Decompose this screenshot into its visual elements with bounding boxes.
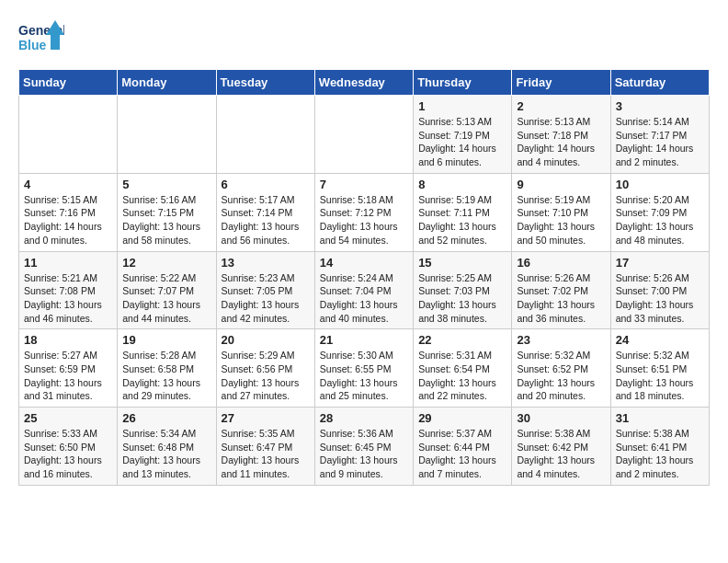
day-of-week-header: Saturday [610, 70, 709, 96]
day-number: 12 [122, 256, 210, 270]
day-info: Sunrise: 5:18 AM Sunset: 7:12 PM Dayligh… [320, 193, 408, 247]
day-number: 4 [24, 178, 112, 191]
calendar-cell: 1Sunrise: 5:13 AM Sunset: 7:19 PM Daylig… [414, 96, 512, 174]
calendar-cell: 7Sunrise: 5:18 AM Sunset: 7:12 PM Daylig… [314, 173, 413, 251]
day-info: Sunrise: 5:34 AM Sunset: 6:48 PM Dayligh… [122, 427, 210, 481]
calendar-cell: 28Sunrise: 5:36 AM Sunset: 6:45 PM Dayli… [314, 408, 413, 486]
day-number: 25 [24, 411, 112, 425]
calendar-cell: 13Sunrise: 5:23 AM Sunset: 7:05 PM Dayli… [216, 251, 314, 329]
day-number: 11 [24, 256, 112, 270]
calendar-week-row: 25Sunrise: 5:33 AM Sunset: 6:50 PM Dayli… [19, 408, 710, 486]
day-number: 9 [517, 178, 605, 191]
day-info: Sunrise: 5:38 AM Sunset: 6:42 PM Dayligh… [517, 427, 605, 481]
calendar-cell: 22Sunrise: 5:31 AM Sunset: 6:54 PM Dayli… [414, 329, 512, 408]
day-of-week-header: Sunday [19, 70, 118, 96]
calendar-week-row: 18Sunrise: 5:27 AM Sunset: 6:59 PM Dayli… [19, 329, 710, 408]
day-number: 22 [418, 333, 506, 347]
day-info: Sunrise: 5:37 AM Sunset: 6:44 PM Dayligh… [418, 427, 506, 481]
calendar-cell: 18Sunrise: 5:27 AM Sunset: 6:59 PM Dayli… [19, 329, 118, 408]
calendar-cell: 20Sunrise: 5:29 AM Sunset: 6:56 PM Dayli… [216, 329, 314, 408]
calendar-cell [19, 96, 118, 174]
day-number: 19 [122, 333, 210, 347]
logo-svg: GeneralBlue [18, 18, 64, 60]
calendar-cell: 8Sunrise: 5:19 AM Sunset: 7:11 PM Daylig… [414, 173, 512, 251]
day-info: Sunrise: 5:21 AM Sunset: 7:08 PM Dayligh… [24, 271, 112, 326]
calendar-cell: 10Sunrise: 5:20 AM Sunset: 7:09 PM Dayli… [610, 173, 709, 251]
day-number: 16 [517, 256, 605, 270]
calendar-cell: 14Sunrise: 5:24 AM Sunset: 7:04 PM Dayli… [314, 251, 413, 329]
day-info: Sunrise: 5:28 AM Sunset: 6:58 PM Dayligh… [122, 349, 210, 403]
day-info: Sunrise: 5:23 AM Sunset: 7:05 PM Dayligh… [222, 271, 310, 326]
day-info: Sunrise: 5:15 AM Sunset: 7:16 PM Dayligh… [24, 193, 112, 247]
calendar-cell: 2Sunrise: 5:13 AM Sunset: 7:18 PM Daylig… [512, 96, 610, 174]
day-number: 31 [616, 411, 704, 425]
calendar-cell: 6Sunrise: 5:17 AM Sunset: 7:14 PM Daylig… [216, 173, 314, 251]
day-number: 15 [418, 256, 506, 270]
day-info: Sunrise: 5:32 AM Sunset: 6:51 PM Dayligh… [616, 349, 704, 403]
day-number: 10 [616, 178, 704, 191]
day-info: Sunrise: 5:19 AM Sunset: 7:10 PM Dayligh… [517, 193, 605, 247]
day-info: Sunrise: 5:29 AM Sunset: 6:56 PM Dayligh… [222, 349, 310, 403]
day-number: 13 [222, 256, 310, 270]
day-number: 28 [320, 411, 408, 425]
calendar-cell: 9Sunrise: 5:19 AM Sunset: 7:10 PM Daylig… [512, 173, 610, 251]
calendar-cell: 21Sunrise: 5:30 AM Sunset: 6:55 PM Dayli… [314, 329, 413, 408]
day-number: 5 [122, 178, 210, 191]
day-info: Sunrise: 5:14 AM Sunset: 7:17 PM Dayligh… [616, 115, 704, 169]
day-info: Sunrise: 5:26 AM Sunset: 7:00 PM Dayligh… [616, 271, 704, 326]
calendar-cell: 29Sunrise: 5:37 AM Sunset: 6:44 PM Dayli… [414, 408, 512, 486]
calendar-week-row: 1Sunrise: 5:13 AM Sunset: 7:19 PM Daylig… [19, 96, 710, 174]
svg-text:Blue: Blue [18, 38, 47, 52]
day-info: Sunrise: 5:24 AM Sunset: 7:04 PM Dayligh… [320, 271, 408, 326]
day-info: Sunrise: 5:36 AM Sunset: 6:45 PM Dayligh… [320, 427, 408, 481]
calendar-cell: 26Sunrise: 5:34 AM Sunset: 6:48 PM Dayli… [118, 408, 216, 486]
day-number: 17 [616, 256, 704, 270]
calendar-week-row: 11Sunrise: 5:21 AM Sunset: 7:08 PM Dayli… [19, 251, 710, 329]
page-header: GeneralBlue [18, 18, 710, 60]
logo: GeneralBlue [18, 18, 64, 60]
calendar-cell: 12Sunrise: 5:22 AM Sunset: 7:07 PM Dayli… [118, 251, 216, 329]
day-info: Sunrise: 5:33 AM Sunset: 6:50 PM Dayligh… [24, 427, 112, 481]
day-number: 8 [418, 178, 506, 191]
day-info: Sunrise: 5:13 AM Sunset: 7:18 PM Dayligh… [517, 115, 605, 169]
calendar-cell [314, 96, 413, 174]
day-info: Sunrise: 5:25 AM Sunset: 7:03 PM Dayligh… [418, 271, 506, 326]
day-number: 23 [517, 333, 605, 347]
day-number: 30 [517, 411, 605, 425]
calendar-cell: 3Sunrise: 5:14 AM Sunset: 7:17 PM Daylig… [610, 96, 709, 174]
calendar-cell: 17Sunrise: 5:26 AM Sunset: 7:00 PM Dayli… [610, 251, 709, 329]
calendar-cell: 19Sunrise: 5:28 AM Sunset: 6:58 PM Dayli… [118, 329, 216, 408]
day-of-week-header: Thursday [414, 70, 512, 96]
day-info: Sunrise: 5:27 AM Sunset: 6:59 PM Dayligh… [24, 349, 112, 403]
calendar-cell: 25Sunrise: 5:33 AM Sunset: 6:50 PM Dayli… [19, 408, 118, 486]
calendar-cell: 31Sunrise: 5:38 AM Sunset: 6:41 PM Dayli… [610, 408, 709, 486]
day-number: 7 [320, 178, 408, 191]
day-of-week-header: Friday [512, 70, 610, 96]
day-info: Sunrise: 5:30 AM Sunset: 6:55 PM Dayligh… [320, 349, 408, 403]
day-info: Sunrise: 5:22 AM Sunset: 7:07 PM Dayligh… [122, 271, 210, 326]
day-number: 21 [320, 333, 408, 347]
day-info: Sunrise: 5:20 AM Sunset: 7:09 PM Dayligh… [616, 193, 704, 247]
calendar-cell: 11Sunrise: 5:21 AM Sunset: 7:08 PM Dayli… [19, 251, 118, 329]
day-number: 20 [222, 333, 310, 347]
day-info: Sunrise: 5:32 AM Sunset: 6:52 PM Dayligh… [517, 349, 605, 403]
day-number: 2 [517, 99, 605, 113]
day-number: 24 [616, 333, 704, 347]
calendar-cell: 24Sunrise: 5:32 AM Sunset: 6:51 PM Dayli… [610, 329, 709, 408]
day-info: Sunrise: 5:31 AM Sunset: 6:54 PM Dayligh… [418, 349, 506, 403]
calendar-cell: 27Sunrise: 5:35 AM Sunset: 6:47 PM Dayli… [216, 408, 314, 486]
calendar-table: SundayMondayTuesdayWednesdayThursdayFrid… [18, 69, 710, 486]
day-info: Sunrise: 5:16 AM Sunset: 7:15 PM Dayligh… [122, 193, 210, 247]
day-number: 14 [320, 256, 408, 270]
calendar-cell: 30Sunrise: 5:38 AM Sunset: 6:42 PM Dayli… [512, 408, 610, 486]
day-info: Sunrise: 5:26 AM Sunset: 7:02 PM Dayligh… [517, 271, 605, 326]
day-number: 27 [222, 411, 310, 425]
day-number: 3 [616, 99, 704, 113]
calendar-cell: 4Sunrise: 5:15 AM Sunset: 7:16 PM Daylig… [19, 173, 118, 251]
calendar-header-row: SundayMondayTuesdayWednesdayThursdayFrid… [19, 70, 710, 96]
day-of-week-header: Monday [118, 70, 216, 96]
calendar-week-row: 4Sunrise: 5:15 AM Sunset: 7:16 PM Daylig… [19, 173, 710, 251]
calendar-cell: 15Sunrise: 5:25 AM Sunset: 7:03 PM Dayli… [414, 251, 512, 329]
calendar-cell: 16Sunrise: 5:26 AM Sunset: 7:02 PM Dayli… [512, 251, 610, 329]
day-number: 1 [418, 99, 506, 113]
